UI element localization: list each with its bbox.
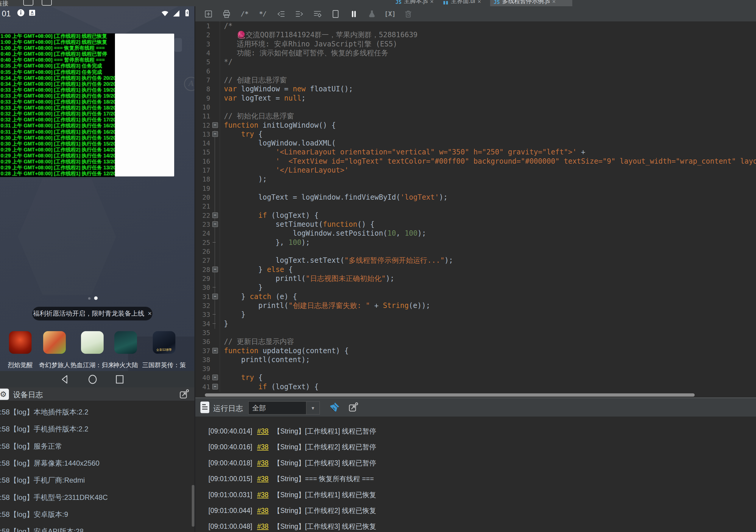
fold-marker[interactable]: − — [212, 122, 218, 128]
log-message: [工作线程3] 线程已暂停 — [305, 459, 376, 467]
home-icon[interactable] — [87, 374, 98, 385]
pause-icon[interactable] — [348, 8, 360, 20]
overlay-log-line: 0:29 上午 GMT+08:00] [工作线程2] 执行任务 14/20 — [1, 147, 115, 153]
code-line: // 创建日志悬浮窗 — [224, 76, 287, 85]
app-window: 连接 JS 主脚本.js × ▮▮ 主界面.ui × — [0, 0, 756, 532]
app-icon[interactable] — [9, 331, 32, 354]
format-code-icon[interactable] — [311, 8, 323, 20]
log-ref-link[interactable]: #38 — [257, 475, 268, 483]
line-number: 17 — [197, 166, 210, 174]
clear-trash-icon[interactable] — [402, 8, 414, 20]
fold-marker[interactable]: − — [212, 213, 218, 218]
code-line: try { — [224, 130, 263, 139]
run-log-entry: [09:01:00.048] #38 【String】[工作线程3] 线程已恢复 — [208, 518, 376, 532]
editor-toolbar: /* */ [X] — [195, 6, 756, 21]
fold-end-marker — [213, 287, 216, 288]
stop-frame-icon[interactable] — [330, 8, 341, 20]
device-log-entry: 8:58【log】安卓API版本:28 — [0, 523, 84, 532]
code-line: ); — [224, 175, 267, 184]
carousel-dot-active[interactable] — [94, 296, 98, 300]
overlay-log-line: 0:29 上午 GMT+08:00] [工作线程1] 执行任务 14/20 — [1, 153, 115, 159]
run-log-entry: [09:00:40.014] #38 【String】[工作线程1] 线程已暂停 — [208, 423, 376, 439]
log-ref-link[interactable]: #38 — [257, 522, 268, 530]
run-log-entry: [09:00:40.018] #38 【String】[工作线程3] 线程已暂停 — [208, 455, 376, 471]
log-ref-link[interactable]: #38 — [257, 427, 268, 435]
panel-divider[interactable] — [195, 6, 195, 532]
close-icon[interactable]: × — [477, 0, 481, 5]
phone-mirror[interactable]: 01 A 1:00 上午 GMT+08:00] [工作线程3] 线程已恢复1:0… — [0, 6, 195, 387]
device-log-entry: 8:58【log】屏幕像素:1440x2560 — [0, 455, 99, 471]
flask-icon[interactable] — [366, 8, 378, 20]
app-icon[interactable]: 全新S3赛季 — [153, 331, 176, 354]
fold-marker[interactable]: − — [212, 384, 218, 390]
log-ref-link[interactable]: #38 — [257, 507, 268, 515]
close-icon[interactable]: × — [430, 0, 434, 5]
device-log-scrollbar[interactable] — [192, 485, 195, 527]
clear-log-brush-icon[interactable] — [329, 402, 340, 413]
fold-marker[interactable]: − — [212, 294, 218, 299]
android-nav-bar — [0, 371, 195, 387]
overlay-log-line: 0:34 上午 GMT+08:00] [工作线程3] 执行任务 20/20 — [1, 75, 115, 81]
recents-icon[interactable] — [114, 374, 125, 385]
editor-tab[interactable]: JS 主脚本.js × — [392, 0, 438, 6]
log-message: === 恢复所有线程 === — [305, 475, 374, 483]
open-in-window-icon[interactable] — [348, 402, 359, 413]
indent-icon[interactable] — [293, 8, 305, 20]
code-line: setTimeout(function() { — [224, 220, 375, 229]
close-icon[interactable]: × — [552, 0, 555, 5]
outdent-icon[interactable] — [275, 8, 287, 20]
chevron-down-icon[interactable]: ▼ — [306, 402, 319, 414]
code-line: } — [224, 283, 263, 292]
file-type-icon: JS — [395, 0, 401, 5]
line-number: 12 — [197, 122, 210, 129]
code-line: } else { — [224, 265, 293, 274]
open-in-window-icon[interactable] — [179, 389, 189, 400]
overlay-log-line: 0:31 上午 GMT+08:00] [工作线程1] 执行任务 16/20 — [1, 129, 115, 135]
line-number: 15 — [197, 148, 210, 156]
editor-tab[interactable]: JS 多线程暂停示例.js × — [490, 0, 572, 6]
variables-icon[interactable]: [X] — [384, 8, 396, 20]
gear-icon[interactable]: ⚙ — [0, 389, 9, 400]
print-icon[interactable] — [221, 8, 232, 20]
overlay-log-line: 0:35 上午 GMT+08:00] [工作线程3] 任务完成 — [1, 63, 115, 69]
app-icon[interactable] — [43, 331, 66, 354]
fold-marker[interactable]: − — [212, 131, 218, 137]
carousel-dot[interactable] — [88, 297, 91, 300]
hex-decoration — [18, 179, 116, 295]
fold-marker[interactable]: − — [212, 221, 218, 227]
comment-open-icon[interactable]: /* — [239, 8, 251, 20]
editor-tab[interactable]: ▮▮ 主界面.ui × — [440, 0, 489, 6]
add-icon[interactable] — [202, 8, 214, 20]
app-icon[interactable] — [81, 331, 104, 354]
comment-close-icon[interactable]: */ — [257, 8, 269, 20]
line-number: 30 — [197, 284, 210, 291]
editor-hscrollbar[interactable] — [205, 393, 695, 397]
fold-marker[interactable]: − — [212, 266, 218, 272]
fold-marker[interactable]: − — [212, 375, 218, 380]
line-number: 27 — [197, 257, 210, 264]
code-line: 适用环境: 安卓Rhino JavaScript引擎 (ES5) — [224, 39, 397, 48]
close-icon[interactable]: × — [148, 310, 152, 317]
window-tool-icon[interactable] — [23, 0, 33, 6]
fold-end-marker — [213, 323, 216, 324]
code-editor[interactable]: 1/*2 🧶交流QQ群711841924群一，苹果内测群，5288166393 … — [195, 21, 756, 392]
app-icon[interactable] — [114, 331, 137, 354]
window-tool-icon[interactable] — [42, 0, 52, 6]
code-line: try { — [224, 373, 263, 382]
back-icon[interactable] — [60, 374, 70, 385]
line-number: 5 — [197, 58, 210, 66]
fold-marker[interactable]: − — [212, 348, 218, 353]
code-line: } — [224, 310, 245, 319]
tab-label: 主脚本.js — [404, 0, 428, 5]
device-log-entry: 8:58【log】手机厂商:Redmi — [0, 471, 85, 489]
log-ref-link[interactable]: #38 — [257, 443, 268, 451]
log-filter-dropdown[interactable]: 全部 ▼ — [248, 401, 320, 415]
code-line: printl(content); — [224, 355, 310, 364]
code-line: logWindow.loadXML( — [224, 139, 336, 148]
line-number: 26 — [197, 248, 210, 255]
log-ref-link[interactable]: #38 — [257, 491, 268, 499]
log-ref-link[interactable]: #38 — [257, 459, 268, 467]
promo-banner[interactable]: 福利祈愿活动开启，限时青龙装备上线 × — [32, 307, 152, 320]
run-log-entry: [09:01:00.044] #38 【String】[工作线程2] 线程已恢复 — [208, 502, 376, 519]
code-line: '</LinearLayout>' — [224, 166, 349, 175]
